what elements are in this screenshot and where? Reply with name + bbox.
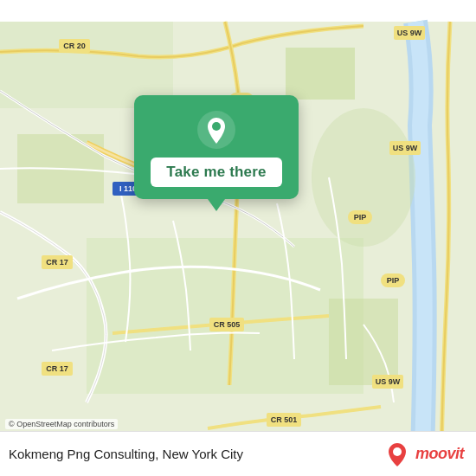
svg-point-34 <box>393 447 402 456</box>
svg-text:PIP: PIP <box>387 276 400 285</box>
moovit-logo: moovit <box>383 441 464 468</box>
svg-text:CR 505: CR 505 <box>214 320 241 329</box>
svg-text:US 9W: US 9W <box>376 377 401 386</box>
moovit-wordmark: moovit <box>415 445 464 463</box>
take-me-there-button[interactable]: Take me there <box>151 158 281 187</box>
svg-text:CR 17: CR 17 <box>46 258 68 267</box>
svg-point-3 <box>312 108 415 247</box>
moovit-icon <box>383 441 411 468</box>
svg-point-33 <box>212 122 221 131</box>
svg-text:CR 501: CR 501 <box>271 415 298 424</box>
map-background: CR 20 US 9W PIP US 9W I 110 PIP CR 17 PI… <box>0 0 476 476</box>
svg-text:CR 20: CR 20 <box>63 42 86 50</box>
svg-text:PIP: PIP <box>354 213 367 222</box>
location-pin-icon <box>197 111 235 149</box>
location-label: Kokmeng Png Consulting, New York City <box>9 447 383 461</box>
svg-text:US 9W: US 9W <box>397 29 422 37</box>
popup-card: Take me there <box>134 95 299 199</box>
svg-text:CR 17: CR 17 <box>46 364 68 373</box>
bottom-bar: Kokmeng Png Consulting, New York City mo… <box>0 431 476 476</box>
svg-rect-4 <box>286 48 355 100</box>
map-container: CR 20 US 9W PIP US 9W I 110 PIP CR 17 PI… <box>0 0 476 476</box>
svg-text:US 9W: US 9W <box>393 144 418 152</box>
map-attribution: © OpenStreetMap contributors <box>5 419 118 429</box>
